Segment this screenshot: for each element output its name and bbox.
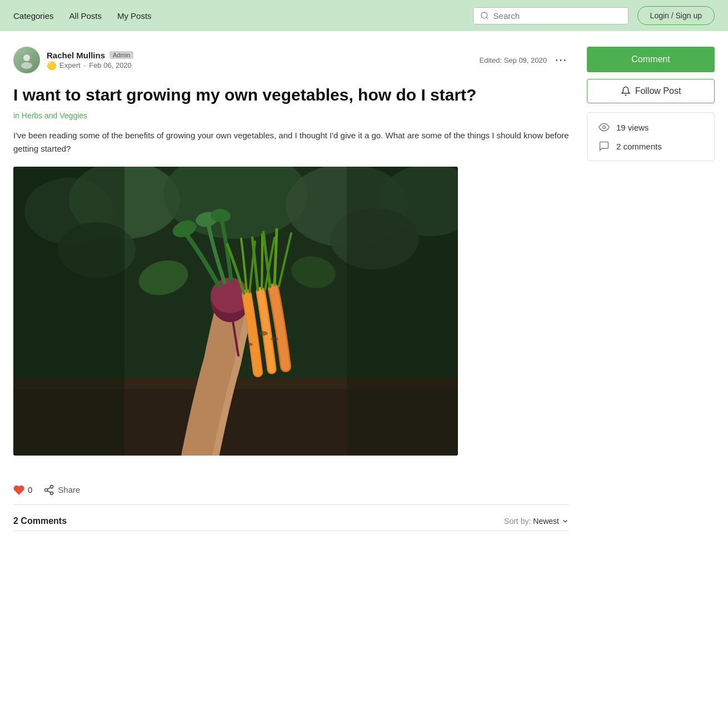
- svg-point-2: [23, 54, 30, 61]
- svg-point-20: [246, 343, 253, 346]
- comments-header: 2 Comments Sort by: Newest: [13, 516, 569, 526]
- svg-line-29: [48, 491, 51, 492]
- search-input[interactable]: [493, 11, 621, 21]
- share-label: Share: [58, 485, 80, 494]
- author-sub: 🟡 Expert · Feb 06, 2020: [47, 61, 133, 70]
- page-content: Rachel Mullins Admin 🟡 Expert · Feb 06, …: [0, 31, 728, 531]
- sidebar: Comment Follow Post 19 views 2 comments: [587, 47, 715, 531]
- avatar: [13, 47, 40, 73]
- search-icon: [480, 11, 489, 20]
- avatar-icon: [18, 51, 36, 69]
- comments-count-label: 2 Comments: [13, 516, 67, 526]
- comment-button[interactable]: Comment: [587, 47, 715, 72]
- sort-label: Sort by:: [504, 517, 531, 526]
- actions-row: 0 Share: [13, 476, 569, 505]
- post-image: [13, 167, 458, 456]
- post-category[interactable]: in Herbs and Veggies: [13, 111, 569, 120]
- sort-by[interactable]: Sort by: Newest: [504, 517, 569, 526]
- post-body: I've been reading some of the benefits o…: [13, 129, 569, 156]
- author-info: Rachel Mullins Admin 🟡 Expert · Feb 06, …: [13, 47, 133, 73]
- nav-all-posts[interactable]: All Posts: [69, 11, 102, 21]
- comment-icon: [599, 141, 610, 152]
- login-button[interactable]: Login / Sign up: [637, 6, 715, 25]
- author-meta: Rachel Mullins Admin 🟡 Expert · Feb 06, …: [47, 51, 133, 70]
- svg-rect-25: [347, 167, 458, 456]
- navigation: Categories All Posts My Posts Login / Si…: [0, 0, 728, 31]
- svg-point-31: [603, 126, 606, 129]
- like-count: 0: [28, 485, 32, 494]
- edited-text: Edited: Sep 09, 2020: [480, 56, 547, 64]
- edited-row: Edited: Sep 09, 2020 ⋯: [480, 54, 569, 66]
- comments-stat: 2 comments: [599, 141, 703, 152]
- svg-line-30: [48, 487, 51, 489]
- comments-count: 2 comments: [616, 142, 662, 151]
- post-date: Feb 06, 2020: [89, 61, 132, 69]
- author-row: Rachel Mullins Admin 🟡 Expert · Feb 06, …: [13, 47, 569, 73]
- svg-line-1: [486, 17, 488, 19]
- edited-date: Sep 09, 2020: [504, 56, 547, 64]
- svg-rect-24: [13, 167, 124, 456]
- stats-box: 19 views 2 comments: [587, 112, 715, 161]
- author-badge: Expert: [59, 61, 81, 69]
- like-button[interactable]: 0: [13, 484, 32, 496]
- author-dot: ·: [84, 61, 86, 69]
- follow-label: Follow Post: [635, 86, 681, 96]
- svg-point-19: [259, 331, 268, 336]
- svg-point-21: [271, 337, 278, 341]
- svg-point-27: [45, 488, 48, 491]
- chevron-down-icon: [561, 517, 569, 525]
- author-name-row: Rachel Mullins Admin: [47, 51, 133, 60]
- sort-value: Newest: [533, 517, 559, 526]
- svg-point-3: [21, 62, 32, 69]
- author-name: Rachel Mullins: [47, 51, 105, 60]
- nav-links: Categories All Posts My Posts: [13, 11, 473, 21]
- comments-divider: [13, 531, 569, 531]
- author-role-badge: Admin: [109, 51, 133, 59]
- search-bar[interactable]: [473, 7, 629, 24]
- post-main: Rachel Mullins Admin 🟡 Expert · Feb 06, …: [13, 47, 569, 531]
- eye-icon: [599, 122, 610, 133]
- heart-icon: [13, 484, 24, 496]
- follow-post-button[interactable]: Follow Post: [587, 79, 715, 103]
- vegetable-image: [13, 167, 458, 456]
- more-options-button[interactable]: ⋯: [552, 54, 569, 66]
- expert-dot: 🟡: [47, 61, 56, 70]
- share-button[interactable]: Share: [43, 484, 80, 496]
- nav-my-posts[interactable]: My Posts: [117, 11, 152, 21]
- svg-point-28: [51, 492, 53, 494]
- svg-point-0: [481, 12, 487, 18]
- post-title: I want to start growing my own vegetable…: [13, 84, 569, 106]
- views-count: 19 views: [616, 123, 649, 132]
- views-stat: 19 views: [599, 122, 703, 133]
- bell-icon: [621, 86, 631, 96]
- share-icon: [43, 484, 54, 496]
- svg-point-26: [51, 485, 53, 488]
- nav-categories[interactable]: Categories: [13, 11, 54, 21]
